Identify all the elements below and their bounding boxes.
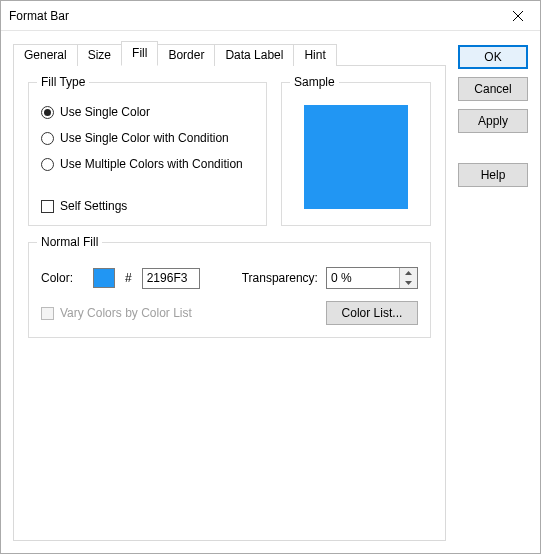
help-button[interactable]: Help [458, 163, 528, 187]
normal-fill-group: Normal Fill Color: # Transparency: [28, 242, 431, 338]
close-button[interactable] [496, 1, 540, 31]
tab-border[interactable]: Border [157, 44, 215, 66]
tabs-container: General Size Fill Border Data Label Hint… [13, 41, 446, 541]
button-label: Help [481, 168, 506, 182]
spinner-buttons [399, 268, 417, 288]
tab-general[interactable]: General [13, 44, 78, 66]
tab-strip: General Size Fill Border Data Label Hint [13, 41, 446, 66]
button-label: Cancel [474, 82, 511, 96]
checkbox-icon [41, 200, 54, 213]
sample-swatch [304, 105, 408, 209]
self-settings-checkbox[interactable]: Self Settings [41, 199, 254, 213]
side-buttons: OK Cancel Apply Help [458, 41, 528, 541]
close-icon [513, 11, 523, 21]
radio-use-multiple-colors-condition[interactable]: Use Multiple Colors with Condition [41, 157, 254, 171]
tab-size[interactable]: Size [77, 44, 122, 66]
titlebar: Format Bar [1, 1, 540, 31]
svg-marker-3 [405, 281, 412, 285]
main-column: General Size Fill Border Data Label Hint… [13, 41, 446, 541]
tab-hint[interactable]: Hint [293, 44, 336, 66]
chevron-up-icon [405, 271, 412, 275]
dialog-window: Format Bar General Size Fill Border Data… [0, 0, 541, 554]
transparency-label: Transparency: [242, 271, 318, 285]
fill-type-options: Use Single Color Use Single Color with C… [41, 101, 254, 171]
button-label: OK [484, 50, 501, 64]
radio-label: Use Multiple Colors with Condition [60, 157, 243, 171]
tab-label: Data Label [225, 48, 283, 62]
spinner-up[interactable] [400, 268, 417, 278]
tab-label: Hint [304, 48, 325, 62]
sample-legend: Sample [290, 75, 339, 89]
tab-label: Border [168, 48, 204, 62]
checkbox-label: Self Settings [60, 199, 127, 213]
tab-label: Fill [132, 46, 147, 60]
svg-marker-2 [405, 271, 412, 275]
hash-symbol: # [123, 271, 134, 285]
tab-panel-fill: Fill Type Use Single Color Use Single Co… [13, 65, 446, 541]
checkbox-label: Vary Colors by Color List [60, 306, 192, 320]
radio-use-single-color[interactable]: Use Single Color [41, 105, 254, 119]
color-list-button[interactable]: Color List... [326, 301, 418, 325]
button-label: Color List... [342, 306, 403, 320]
radio-label: Use Single Color [60, 105, 150, 119]
sample-group: Sample [281, 82, 431, 226]
color-swatch[interactable] [93, 268, 115, 288]
radio-use-single-color-condition[interactable]: Use Single Color with Condition [41, 131, 254, 145]
normal-fill-legend: Normal Fill [37, 235, 102, 249]
radio-icon [41, 106, 54, 119]
ok-button[interactable]: OK [458, 45, 528, 69]
radio-icon [41, 132, 54, 145]
tab-fill[interactable]: Fill [121, 41, 158, 66]
spacer [458, 141, 528, 155]
button-label: Apply [478, 114, 508, 128]
apply-button[interactable]: Apply [458, 109, 528, 133]
radio-icon [41, 158, 54, 171]
dialog-body: General Size Fill Border Data Label Hint… [1, 31, 540, 553]
radio-label: Use Single Color with Condition [60, 131, 229, 145]
transparency-input[interactable] [327, 268, 399, 288]
transparency-spinner[interactable] [326, 267, 418, 289]
tab-label: General [24, 48, 67, 62]
fill-type-group: Fill Type Use Single Color Use Single Co… [28, 82, 267, 226]
window-title: Format Bar [9, 9, 69, 23]
tab-data-label[interactable]: Data Label [214, 44, 294, 66]
tab-label: Size [88, 48, 111, 62]
cancel-button[interactable]: Cancel [458, 77, 528, 101]
chevron-down-icon [405, 281, 412, 285]
hex-input[interactable] [142, 268, 200, 289]
top-row: Fill Type Use Single Color Use Single Co… [28, 82, 431, 226]
color-label: Color: [41, 271, 85, 285]
spinner-down[interactable] [400, 278, 417, 288]
normal-fill-row-2: Vary Colors by Color List Color List... [41, 289, 418, 325]
checkbox-icon [41, 307, 54, 320]
fill-type-legend: Fill Type [37, 75, 89, 89]
normal-fill-row-1: Color: # Transparency: [41, 261, 418, 289]
vary-colors-checkbox: Vary Colors by Color List [41, 306, 192, 320]
